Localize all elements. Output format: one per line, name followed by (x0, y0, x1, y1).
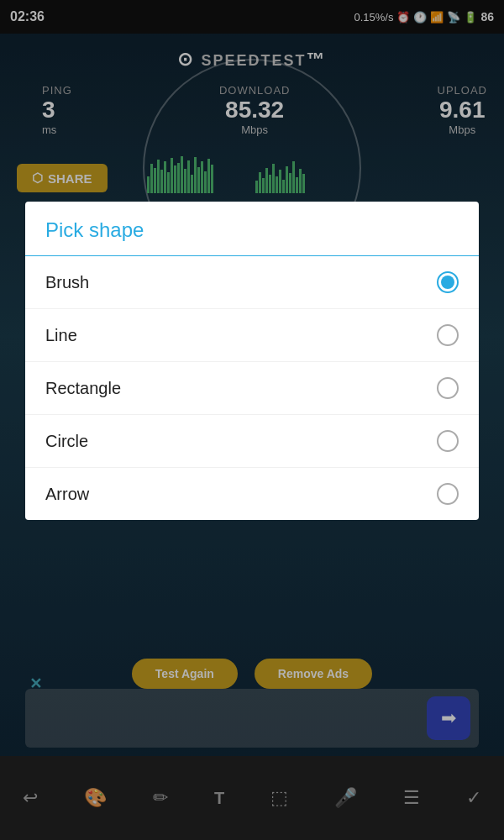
radio-arrow[interactable] (437, 483, 459, 505)
option-label-circle: Circle (45, 432, 88, 451)
option-label-brush: Brush (45, 273, 89, 292)
radio-inner-brush (441, 276, 454, 289)
dialog-title: Pick shape (25, 202, 479, 255)
radio-circle[interactable] (437, 430, 459, 452)
option-line[interactable]: Line (25, 309, 479, 362)
radio-line[interactable] (437, 324, 459, 346)
radio-brush[interactable] (437, 271, 459, 293)
option-label-rectangle: Rectangle (45, 379, 121, 398)
radio-rectangle[interactable] (437, 377, 459, 399)
option-arrow[interactable]: Arrow (25, 468, 479, 520)
option-rectangle[interactable]: Rectangle (25, 362, 479, 415)
option-circle[interactable]: Circle (25, 415, 479, 468)
option-brush[interactable]: Brush (25, 256, 479, 309)
pick-shape-dialog: Pick shape Brush Line Rectangle Circle A… (25, 202, 479, 520)
option-label-arrow: Arrow (45, 485, 89, 504)
option-label-line: Line (45, 326, 77, 345)
